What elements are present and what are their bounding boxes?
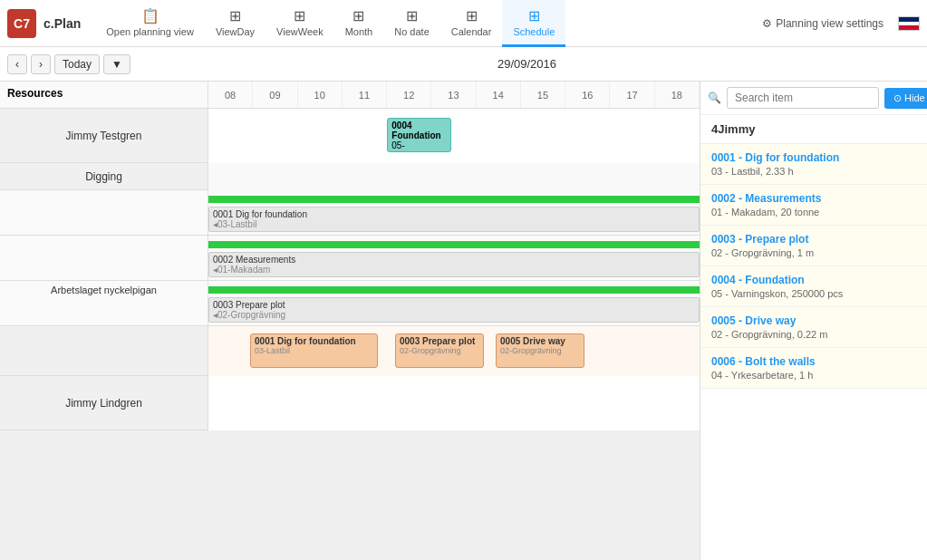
- planning-icon: 📋: [141, 7, 159, 24]
- search-input[interactable]: [727, 87, 879, 109]
- panel-item-0005-sub: 02 - Gropgrävning, 0.22 m: [711, 329, 916, 340]
- nodate-icon: ⊞: [406, 7, 418, 24]
- panel-item-0003-title[interactable]: 0003 - Prepare plot: [711, 233, 916, 246]
- hour-11: 11: [343, 82, 387, 108]
- panel-item-0005-title[interactable]: 0005 - Drive way: [711, 314, 916, 327]
- current-date: 29/09/2016: [134, 57, 920, 71]
- filter-button[interactable]: ▼: [103, 54, 130, 74]
- schedule-panel: Resources 08 09 10 11 12 13 14 15 16 17 …: [0, 82, 700, 560]
- panel-item-0002-sub: 01 - Makadam, 20 tonne: [711, 207, 916, 217]
- task-orange-0001[interactable]: 0001 Dig for foundation 03-Lastbil: [250, 333, 378, 368]
- language-flag[interactable]: [898, 16, 920, 31]
- next-button[interactable]: ›: [31, 54, 51, 74]
- panel-item-0003-sub: 02 - Gropgrävning, 1 m: [711, 247, 916, 258]
- task-0004-foundation[interactable]: 0004 Foundation 05-Varningskon: [387, 118, 450, 152]
- timeline-arb-0002: 0002 Measurements ◂01-Makadam: [208, 236, 700, 281]
- resources-header: Resources: [0, 82, 208, 108]
- right-panel: 🔍 ⊙ Hide planned 4Jimmy 0001 - Dig for f…: [700, 82, 927, 560]
- hour-10: 10: [298, 82, 343, 108]
- main-area: Resources 08 09 10 11 12 13 14 15 16 17 …: [0, 82, 927, 560]
- panel-item-0004-sub: 05 - Varningskon, 250000 pcs: [711, 288, 916, 299]
- timeline-jimmy-testgren: 0004 Foundation 05-Varningskon: [208, 109, 700, 163]
- nav-calendar[interactable]: ⊞ Calendar: [440, 0, 503, 47]
- panel-item-0006: 0006 - Bolt the walls 04 - Yrkesarbetare…: [700, 348, 927, 389]
- green-bar-0002: [208, 241, 700, 248]
- resource-jimmy-lindgren: Jimmy Lindgren: [0, 376, 208, 430]
- time-header: Resources 08 09 10 11 12 13 14 15 16 17 …: [0, 82, 700, 109]
- panel-item-0001-sub: 03 - Lastbil, 2.33 h: [711, 166, 916, 177]
- panel-item-0002-title[interactable]: 0002 - Measurements: [711, 192, 916, 205]
- row-digging: Digging: [0, 163, 700, 190]
- top-navigation: C7 c.Plan 📋 Open planning view ⊞ ViewDay…: [0, 0, 927, 47]
- planning-settings[interactable]: ⚙ Planning view settings: [755, 14, 891, 34]
- panel-item-0004: 0004 - Foundation 05 - Varningskon, 2500…: [700, 266, 927, 307]
- green-bar-0001: [208, 196, 700, 203]
- search-row: 🔍 ⊙ Hide planned: [700, 82, 927, 115]
- resource-digging: Digging: [0, 163, 208, 189]
- month-icon: ⊞: [352, 7, 364, 24]
- hide-planned-button[interactable]: ⊙ Hide planned: [884, 88, 927, 109]
- otask-sub-2: 02-Gropgrävning: [400, 346, 479, 355]
- green-bar-0003: [208, 286, 700, 294]
- hours-row: 08 09 10 11 12 13 14 15 16 17 18: [208, 82, 700, 108]
- hour-16: 16: [565, 82, 610, 108]
- schedule-toolbar: ‹ › Today ▼ 29/09/2016: [0, 47, 927, 82]
- nav-viewweek[interactable]: ⊞ ViewWeek: [266, 0, 334, 47]
- row-orange-tasks: 0001 Dig for foundation 03-Lastbil 0003 …: [0, 326, 700, 376]
- schedule-body: Jimmy Testgren 0004 Foundation 05-Varnin…: [0, 109, 700, 560]
- nav-month[interactable]: ⊞ Month: [334, 0, 384, 47]
- nav-nodate[interactable]: ⊞ No date: [383, 0, 440, 47]
- timeline-orange-tasks: 0001 Dig for foundation 03-Lastbil 0003 …: [208, 326, 700, 376]
- resource-arb-0002: [0, 236, 208, 280]
- task-subtitle: 05-Varningskon: [391, 140, 446, 152]
- subrow-0003: 0003 Prepare plot ◂02-Gropgrävning: [208, 297, 700, 323]
- otask-title-3: 0005 Drive way: [500, 336, 580, 346]
- viewday-icon: ⊞: [229, 7, 241, 24]
- timeline-jimmy-lindgren: [208, 376, 700, 430]
- panel-item-0002: 0002 - Measurements 01 - Makadam, 20 ton…: [700, 185, 927, 226]
- hour-15: 15: [521, 82, 565, 108]
- panel-item-0001-title[interactable]: 0001 - Dig for foundation: [711, 151, 916, 164]
- calendar-icon: ⊞: [466, 7, 478, 24]
- hour-08: 08: [208, 82, 253, 108]
- row-arb-0002: 0002 Measurements ◂01-Makadam: [0, 236, 700, 281]
- viewweek-icon: ⊞: [294, 7, 305, 24]
- row-arb-0001: 0001 Dig for foundation ◂03-Lastbil: [0, 190, 700, 236]
- subrow-0001: 0001 Dig for foundation ◂03-Lastbil: [208, 207, 700, 232]
- nav-schedule[interactable]: ⊞ Schedule: [502, 0, 565, 47]
- hour-17: 17: [610, 82, 654, 108]
- hour-13: 13: [431, 82, 476, 108]
- subrow-0002: 0002 Measurements ◂01-Makadam: [208, 252, 700, 277]
- otask-sub-3: 02-Gropgrävning: [500, 346, 580, 355]
- task-orange-0005[interactable]: 0005 Drive way 02-Gropgrävning: [496, 333, 584, 368]
- hour-12: 12: [387, 82, 431, 108]
- panel-item-0001: 0001 - Dig for foundation 03 - Lastbil, …: [700, 144, 927, 185]
- today-button[interactable]: Today: [54, 54, 100, 74]
- otask-title-2: 0003 Prepare plot: [400, 336, 479, 346]
- row-jimmy-lindgren: Jimmy Lindgren: [0, 376, 700, 430]
- hour-14: 14: [477, 82, 521, 108]
- resource-arb-0001: [0, 190, 208, 235]
- panel-item-0004-title[interactable]: 0004 - Foundation: [711, 274, 916, 286]
- panel-item-0003: 0003 - Prepare plot 02 - Gropgrävning, 1…: [700, 226, 927, 266]
- panel-item-0005: 0005 - Drive way 02 - Gropgrävning, 0.22…: [700, 307, 927, 348]
- search-icon: 🔍: [708, 92, 721, 104]
- app-title: c.Plan: [43, 16, 81, 31]
- settings-icon: ⚙: [762, 17, 772, 30]
- row-jimmy-testgren: Jimmy Testgren 0004 Foundation 05-Varnin…: [0, 109, 700, 163]
- task-orange-0003[interactable]: 0003 Prepare plot 02-Gropgrävning: [395, 333, 484, 368]
- panel-item-0006-sub: 04 - Yrkesarbetare, 1 h: [711, 370, 916, 381]
- otask-title: 0001 Dig for foundation: [255, 336, 373, 346]
- resource-arb-nyckelpigan: Arbetslaget nyckelpigan: [0, 281, 208, 325]
- hour-09: 09: [253, 82, 297, 108]
- row-arb-nyckelpigan: Arbetslaget nyckelpigan 0003 Prepare plo…: [0, 281, 700, 326]
- timeline-arb-0001: 0001 Dig for foundation ◂03-Lastbil: [208, 190, 700, 236]
- resource-jimmy-testgren: Jimmy Testgren: [0, 109, 208, 162]
- nav-open-planning[interactable]: 📋 Open planning view: [95, 0, 205, 47]
- app-logo: C7: [7, 9, 36, 38]
- otask-sub: 03-Lastbil: [255, 346, 373, 355]
- nav-viewday[interactable]: ⊞ ViewDay: [205, 0, 266, 47]
- panel-item-0006-title[interactable]: 0006 - Bolt the walls: [711, 355, 916, 368]
- prev-button[interactable]: ‹: [7, 54, 27, 74]
- schedule-icon: ⊞: [528, 7, 540, 24]
